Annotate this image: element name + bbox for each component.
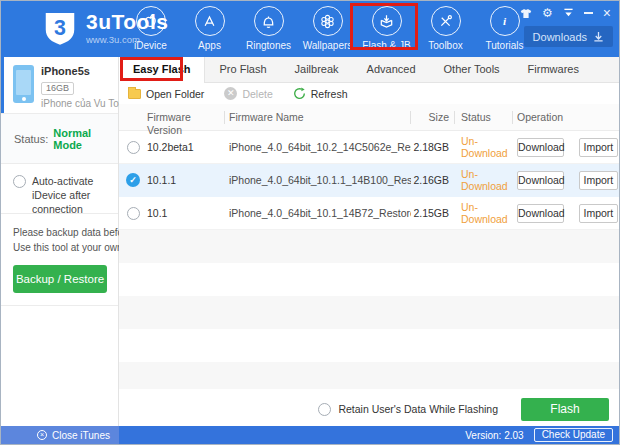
main-nav: iDevice Apps Ringtones	[121, 6, 534, 51]
firmware-row-10.2beta1[interactable]: 10.2beta1 iPhone_4.0_64bit_10.2_14C5062e…	[119, 131, 620, 164]
device-info-panel[interactable]: iPhone5s 16GB iPhone của Vu Tong	[1, 57, 118, 114]
tab-pro-flash[interactable]: Pro Flash	[205, 57, 280, 82]
download-arrow-icon	[593, 31, 604, 42]
firmware-table-body: 10.2beta1 iPhone_4.0_64bit_10.2_14C5062e…	[119, 131, 620, 230]
tab-easy-flash[interactable]: Easy Flash	[119, 57, 205, 83]
firmware-name: iPhone_4.0_64bit_10.1_14B72_Restore.ipsw	[225, 207, 411, 219]
tab-firmwares[interactable]: Firmwares	[514, 57, 593, 82]
downloads-button[interactable]: Downloads	[524, 26, 613, 47]
download-button[interactable]: Download	[517, 171, 564, 190]
firmware-row-10.1[interactable]: 10.1 iPhone_4.0_64bit_10.1_14B72_Restore…	[119, 197, 620, 230]
nav-item-ringtones[interactable]: Ringtones	[239, 6, 298, 51]
col-firmware-name: Firmware Name	[225, 111, 411, 124]
iphone-icon	[13, 65, 34, 103]
row-select-radio[interactable]	[127, 207, 140, 220]
version-text: Version: 2.03	[465, 430, 523, 441]
notice-line-1: Please backup data before use	[13, 225, 112, 240]
flash-tabbar: Easy Flash Pro Flash Jailbreak Advanced …	[119, 57, 620, 83]
status-value: Normal Mode	[53, 127, 118, 151]
tools-icon	[431, 6, 461, 36]
empty-table-area	[119, 230, 620, 389]
nav-item-toolbox[interactable]: Toolbox	[416, 6, 475, 51]
nav-label: Toolbox	[428, 40, 462, 51]
delete-label: Delete	[242, 88, 272, 100]
import-button[interactable]: Import	[579, 171, 618, 190]
flash-box-icon	[372, 6, 402, 36]
tab-advanced[interactable]: Advanced	[353, 57, 430, 82]
status-label: Status:	[14, 133, 48, 145]
tab-jailbreak[interactable]: Jailbreak	[281, 57, 353, 82]
delete-circle-icon: ✕	[224, 87, 237, 100]
retain-data-option[interactable]: Retain User's Data While Flashing	[318, 403, 498, 416]
row-select-radio[interactable]	[127, 141, 140, 154]
download-button[interactable]: Download	[517, 204, 564, 223]
device-sidebar: iPhone5s 16GB iPhone của Vu Tong Status:…	[1, 57, 119, 428]
firmware-status: Un-Download	[455, 168, 513, 192]
top-header-bar: 3 3uTools www.3u.com iDevice	[1, 1, 620, 57]
firmware-name: iPhone_4.0_64bit_10.1.1_14B100_Restore.i…	[225, 174, 411, 186]
firmware-row-10.1.1[interactable]: ✓ 10.1.1 iPhone_4.0_64bit_10.1.1_14B100_…	[119, 164, 620, 197]
flower-icon	[313, 6, 343, 36]
refresh-button[interactable]: Refresh	[293, 87, 348, 100]
svg-text:3: 3	[54, 16, 66, 40]
close-itunes-icon: ×	[37, 430, 47, 440]
import-button[interactable]: Import	[579, 138, 618, 157]
nav-label: Wallpapers	[303, 40, 353, 51]
refresh-icon	[293, 87, 306, 100]
nav-item-idevice[interactable]: iDevice	[121, 6, 180, 51]
nav-label: Tutorials	[486, 40, 524, 51]
retain-data-label: Retain User's Data While Flashing	[338, 403, 498, 415]
info-icon: i	[490, 6, 520, 36]
theme-icon[interactable]	[520, 8, 532, 19]
download-button[interactable]: Download	[517, 138, 564, 157]
import-button[interactable]: Import	[579, 204, 618, 223]
firmware-size: 2.16GB	[411, 174, 449, 186]
tab-other-tools[interactable]: Other Tools	[430, 57, 514, 82]
auto-activate-option[interactable]: Auto-activate iDevice after connection	[1, 164, 118, 214]
close-itunes-button[interactable]: × Close iTunes	[1, 426, 119, 444]
apple-icon	[136, 6, 166, 36]
col-firmware-version: Firmware Version	[147, 111, 225, 124]
menu-dropdown-icon[interactable]	[563, 8, 574, 18]
firmware-version: 10.1	[147, 207, 225, 219]
refresh-label: Refresh	[311, 88, 348, 100]
check-update-button[interactable]: Check Update	[534, 428, 613, 442]
nav-item-wallpapers[interactable]: Wallpapers	[298, 6, 357, 51]
backup-restore-button[interactable]: Backup / Restore	[13, 265, 107, 293]
device-selected-indicator	[1, 57, 4, 113]
col-operation: Operation	[513, 111, 620, 124]
minimize-icon[interactable]	[584, 12, 593, 14]
device-owner: iPhone của Vu Tong	[41, 98, 130, 109]
open-folder-button[interactable]: Open Folder	[128, 88, 204, 100]
close-icon[interactable]: ×	[603, 7, 611, 19]
settings-gear-icon[interactable]: ⚙	[542, 7, 553, 19]
3utools-window: 3 3uTools www.3u.com iDevice	[0, 0, 620, 445]
appstore-icon	[195, 6, 225, 36]
firmware-toolbar: Open Folder ✕ Delete Refresh	[119, 83, 620, 104]
firmware-size: 2.18GB	[411, 141, 449, 153]
status-bar-right: Version: 2.03 Check Update	[119, 426, 620, 444]
bell-icon	[254, 6, 284, 36]
logo-shield-icon: 3	[41, 9, 79, 47]
firmware-version: 10.2beta1	[147, 141, 225, 153]
auto-activate-radio[interactable]	[13, 175, 26, 188]
row-select-radio-checked[interactable]: ✓	[126, 173, 140, 187]
nav-item-flash-jb[interactable]: Flash & JB	[357, 6, 416, 51]
device-name: iPhone5s	[41, 65, 130, 77]
firmware-status: Un-Download	[455, 201, 513, 225]
flash-action-bar: Retain User's Data While Flashing Flash	[119, 389, 620, 429]
downloads-label: Downloads	[533, 31, 587, 43]
auto-activate-label: Auto-activate iDevice after connection	[32, 174, 112, 216]
retain-data-radio[interactable]	[318, 403, 331, 416]
col-status: Status	[455, 111, 513, 124]
bottom-status-bar: × Close iTunes Version: 2.03 Check Updat…	[1, 426, 620, 444]
nav-label: iDevice	[134, 40, 167, 51]
device-capacity-badge: 16GB	[41, 82, 74, 95]
nav-item-apps[interactable]: Apps	[180, 6, 239, 51]
backup-notice-panel: Please backup data before use Use this t…	[1, 214, 118, 306]
delete-button[interactable]: ✕ Delete	[224, 87, 272, 100]
firmware-name: iPhone_4.0_64bit_10.2_14C5062e_Restore.i…	[225, 141, 411, 153]
folder-icon	[128, 89, 141, 99]
flash-button[interactable]: Flash	[521, 398, 609, 421]
device-status-panel: Status: Normal Mode	[1, 114, 118, 164]
